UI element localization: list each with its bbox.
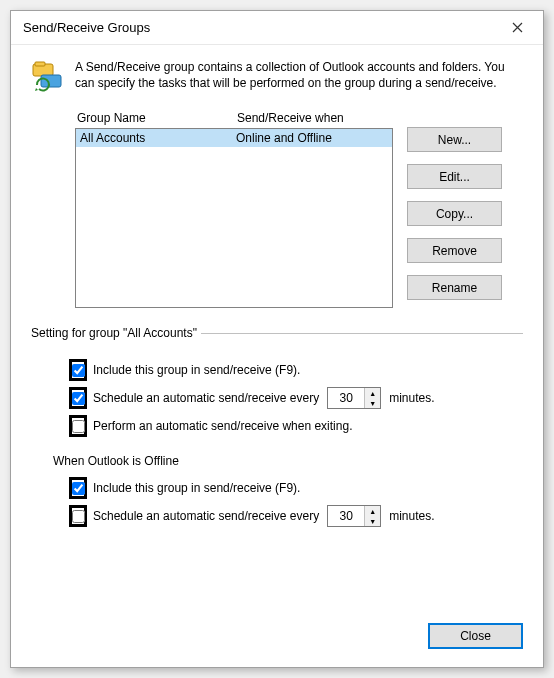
table-row[interactable]: All Accounts Online and Offline bbox=[76, 129, 392, 147]
new-button[interactable]: New... bbox=[407, 127, 502, 152]
edit-button[interactable]: Edit... bbox=[407, 164, 502, 189]
include-offline-checkbox[interactable] bbox=[72, 482, 85, 495]
groups-list[interactable]: All Accounts Online and Offline bbox=[75, 128, 393, 308]
copy-button[interactable]: Copy... bbox=[407, 201, 502, 226]
include-online-checkbox[interactable] bbox=[72, 364, 85, 377]
exit-checkbox[interactable] bbox=[72, 420, 85, 433]
titlebar: Send/Receive Groups bbox=[11, 11, 543, 45]
minutes-label: minutes. bbox=[389, 509, 434, 523]
interval-online-input[interactable] bbox=[328, 388, 364, 408]
cell-group-name: All Accounts bbox=[78, 131, 236, 145]
dialog-title: Send/Receive Groups bbox=[23, 20, 150, 35]
settings-legend: Setting for group "All Accounts" bbox=[31, 326, 201, 340]
col-header-when: Send/Receive when bbox=[237, 111, 391, 125]
exit-label: Perform an automatic send/receive when e… bbox=[93, 419, 352, 433]
svg-rect-1 bbox=[35, 62, 45, 66]
rename-button[interactable]: Rename bbox=[407, 275, 502, 300]
close-button[interactable]: Close bbox=[428, 623, 523, 649]
group-icon bbox=[31, 61, 65, 95]
interval-offline-input[interactable] bbox=[328, 506, 364, 526]
include-online-label: Include this group in send/receive (F9). bbox=[93, 363, 300, 377]
send-receive-groups-dialog: Send/Receive Groups A Send/Receive group… bbox=[10, 10, 544, 668]
close-icon[interactable] bbox=[499, 14, 535, 42]
spin-down-icon[interactable]: ▼ bbox=[365, 516, 380, 526]
schedule-online-label: Schedule an automatic send/receive every bbox=[93, 391, 319, 405]
include-offline-label: Include this group in send/receive (F9). bbox=[93, 481, 300, 495]
remove-button[interactable]: Remove bbox=[407, 238, 502, 263]
schedule-offline-label: Schedule an automatic send/receive every bbox=[93, 509, 319, 523]
offline-legend: When Outlook is Offline bbox=[53, 454, 523, 468]
spin-up-icon[interactable]: ▲ bbox=[365, 506, 380, 516]
svg-rect-2 bbox=[41, 75, 61, 87]
spin-up-icon[interactable]: ▲ bbox=[365, 388, 380, 398]
schedule-online-checkbox[interactable] bbox=[72, 392, 85, 405]
cell-send-when: Online and Offline bbox=[236, 131, 390, 145]
col-header-name: Group Name bbox=[77, 111, 237, 125]
interval-offline-stepper[interactable]: ▲▼ bbox=[327, 505, 381, 527]
interval-online-stepper[interactable]: ▲▼ bbox=[327, 387, 381, 409]
schedule-offline-checkbox[interactable] bbox=[72, 510, 85, 523]
grid-header: Group Name Send/Receive when bbox=[75, 109, 393, 128]
dialog-description: A Send/Receive group contains a collecti… bbox=[75, 59, 523, 95]
spin-down-icon[interactable]: ▼ bbox=[365, 398, 380, 408]
minutes-label: minutes. bbox=[389, 391, 434, 405]
